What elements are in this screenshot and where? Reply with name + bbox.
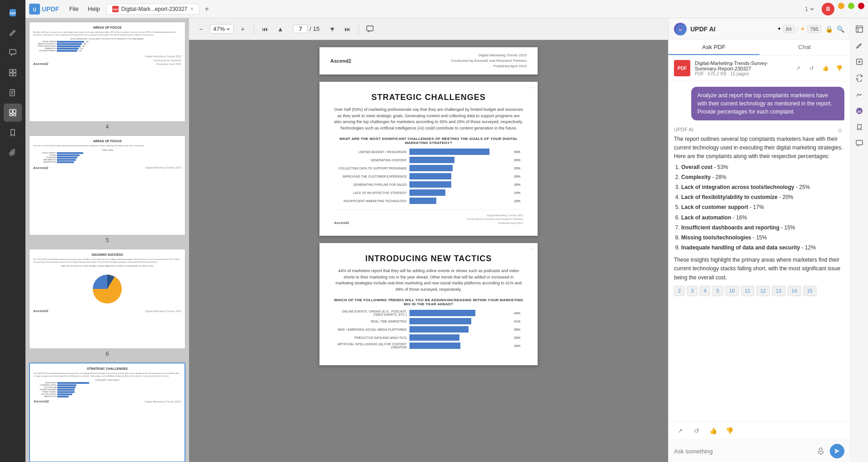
nav-next-button[interactable]: ▼ <box>326 23 339 35</box>
thumb-4-number: 4 <box>29 124 185 130</box>
bar-pct-1: 53% <box>514 150 523 154</box>
minimize-button[interactable] <box>838 3 844 9</box>
app-name: UPDF <box>42 5 59 13</box>
thumbup-response-button[interactable]: 👍 <box>707 424 719 437</box>
active-tab[interactable]: PDF Digital-Mark...eport-230327 ✕ <box>106 4 200 15</box>
ai-response-outro: These insights highlight the primary are… <box>674 256 844 282</box>
add-tab-button[interactable]: + <box>201 4 212 15</box>
ai-send-button[interactable] <box>830 444 844 458</box>
ai-search-icon[interactable]: 🔍 <box>837 25 844 33</box>
thumbnail-7[interactable]: STRATEGIC CHALLENGES Over half (53%) of … <box>29 363 185 462</box>
search-doc-icon[interactable] <box>4 84 22 102</box>
tab-label: Digital-Mark...eport-230327 <box>121 6 187 12</box>
thumbnail-4[interactable]: AREAS OF FOCUS Marketers will have a str… <box>29 22 185 130</box>
page-link-15[interactable]: 15 <box>803 286 817 297</box>
bar-fill-2 <box>409 157 454 163</box>
organize-icon[interactable] <box>4 64 22 82</box>
page-link-10[interactable]: 10 <box>725 286 739 297</box>
page-link-14[interactable]: 14 <box>788 286 801 297</box>
bar-pct-6: 24% <box>514 191 523 194</box>
attachment-icon[interactable] <box>4 144 22 162</box>
page-link-13[interactable]: 13 <box>772 286 785 297</box>
tactics-bar-label-4: PREDICTIVE DATA AND ANALYTICS <box>334 336 407 339</box>
copy-response-button[interactable]: ⧉ <box>835 126 844 135</box>
bar-label-6: LACK OF AN EFFECTIVE STRATEGY <box>334 191 407 194</box>
close-button[interactable] <box>858 3 864 9</box>
tab-ask-pdf[interactable]: Ask PDF <box>668 40 759 55</box>
file-share-button[interactable]: ↗ <box>793 63 803 74</box>
thumb-page-5: AREAS OF FOCUS Just over one-third (35%)… <box>29 135 185 235</box>
thumb-7-footer: Ascend2 Digital Marketing Trends 2023 <box>34 399 181 403</box>
page-7-intro: Over half (53%) of marketing professiona… <box>334 107 523 131</box>
file-thumbup-button[interactable]: 👍 <box>820 63 831 74</box>
app-logo: U UPDF <box>29 4 59 15</box>
file-thumbdown-button[interactable]: 👎 <box>833 63 844 74</box>
comment-tool-button[interactable] <box>364 23 376 35</box>
tactics-bar-pct-4: 33% <box>514 336 523 339</box>
pages-panel-icon[interactable] <box>4 104 22 122</box>
ai-response-block: UPDF AI ⧉ The report outlines several to… <box>674 126 844 296</box>
nav-last-button[interactable]: ⏭ <box>341 23 354 35</box>
ai-response-content: The report outlines several top complain… <box>674 135 844 296</box>
page-link-11[interactable]: 11 <box>741 286 754 297</box>
thumbdown-response-button[interactable]: 👎 <box>723 424 736 437</box>
content-area: AREAS OF FOCUS Marketers will have a str… <box>25 18 868 462</box>
ai-mic-button[interactable] <box>815 446 826 457</box>
page-input[interactable] <box>293 25 308 33</box>
help-menu[interactable]: Help <box>85 5 103 13</box>
zoom-in-button[interactable]: + <box>236 23 249 35</box>
right-ai-icon[interactable]: AI <box>852 104 867 118</box>
right-bookmark-icon[interactable] <box>852 120 867 134</box>
tactics-bar-track-3 <box>409 326 509 333</box>
tactics-bar-label-3: NEW / EMERGING SOCIAL MEDIA PLATFORMS <box>334 328 407 331</box>
nav-prev-button[interactable]: ▲ <box>274 23 287 35</box>
edit-icon[interactable] <box>4 24 22 42</box>
right-table-icon[interactable] <box>852 22 867 36</box>
page-link-5[interactable]: 5 <box>712 286 723 297</box>
ai-list-item-5: Lack of customer support - 17% <box>681 203 844 212</box>
page-link-4[interactable]: 4 <box>699 286 710 297</box>
maximize-button[interactable] <box>848 3 854 9</box>
tactics-bar-fill-4 <box>409 334 459 341</box>
tab-chat[interactable]: Chat <box>759 40 850 55</box>
right-extract-icon[interactable] <box>852 55 867 69</box>
tactics-bar-track-2 <box>409 318 509 324</box>
page-options-button[interactable]: ⋯ <box>529 85 534 90</box>
page-link-12[interactable]: 12 <box>756 286 770 297</box>
bar-fill-1 <box>409 149 489 155</box>
thumb-5-footer: Ascend2 Digital Marketing Trends 2023 <box>33 166 181 170</box>
file-refresh-button[interactable]: ↺ <box>806 63 817 74</box>
page-link-2[interactable]: 2 <box>674 286 685 297</box>
bar-row-2: GENERATING CONTENT 30% <box>334 157 523 163</box>
ai-messages: Analyze and report the top complaints ma… <box>668 81 850 421</box>
tactics-bar-row-2: REAL-TIME MARKETING 41% <box>334 318 523 324</box>
right-edit-icon[interactable] <box>852 38 867 53</box>
bar-row-1: LIMITED BUDGET / RESOURCES 53% <box>334 149 523 155</box>
ai-tabs: Ask PDF Chat <box>668 40 850 55</box>
zoom-out-button[interactable]: − <box>195 23 207 35</box>
pdf-icon[interactable]: PDF <box>4 4 22 22</box>
comment-icon[interactable] <box>4 44 22 62</box>
tab-close-button[interactable]: ✕ <box>190 6 194 11</box>
footer-report-info: Digital Marketing Trends 2023 Conducted … <box>466 214 523 225</box>
nav-first-button[interactable]: ⏮ <box>259 23 271 35</box>
bookmark-icon[interactable] <box>4 124 22 142</box>
right-sidebar: AI <box>850 18 868 462</box>
right-comment-icon[interactable] <box>852 136 867 151</box>
right-convert-icon[interactable] <box>852 71 867 85</box>
thumbnail-5[interactable]: AREAS OF FOCUS Just over one-third (35%)… <box>29 135 185 243</box>
thumbnail-6[interactable]: GAUGING SUCCESS One in five (20%) of mar… <box>29 249 185 357</box>
file-menu[interactable]: File <box>66 5 81 13</box>
page-link-3[interactable]: 3 <box>687 286 698 297</box>
right-sign-icon[interactable] <box>852 87 867 102</box>
page-8-options-button[interactable]: ⋯ <box>529 247 534 252</box>
share-response-button[interactable]: ↗ <box>674 424 687 437</box>
ai-header-controls: ✦ 84 | 795 🔒 🔍 <box>777 25 844 33</box>
bar-row-7: INSUFFICIENT MARKETING TECHNOLOGY 18% <box>334 198 523 204</box>
refresh-response-button[interactable]: ↺ <box>690 424 703 437</box>
ai-lock-icon[interactable]: 🔒 <box>825 25 833 33</box>
tactics-bar-track-1 <box>409 310 509 316</box>
ai-input-field[interactable] <box>674 448 812 455</box>
ai-footer-actions: ↗ ↺ 👍 👎 <box>668 421 850 440</box>
user-avatar[interactable]: B <box>822 3 834 15</box>
